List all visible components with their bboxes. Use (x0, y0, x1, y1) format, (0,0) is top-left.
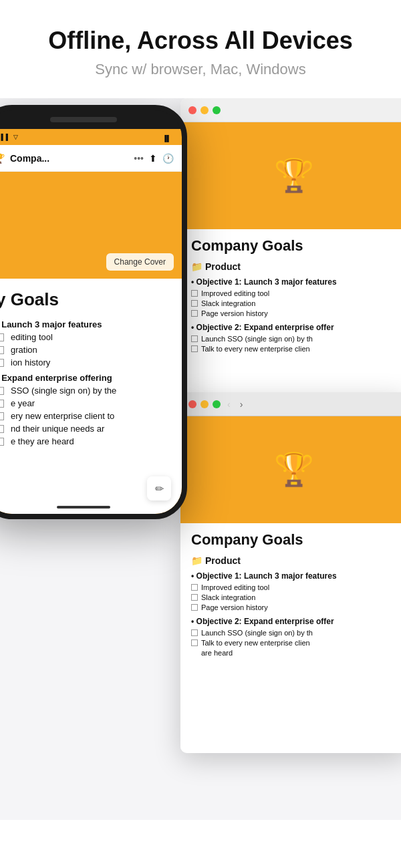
browser-top-page-title: Company Goals (191, 237, 397, 255)
bullet-icon: • (191, 277, 194, 287)
browser-bottom: ‹ › 🏆 Company Goals 📁 Product • Objectiv… (180, 392, 401, 753)
checkbox-icon[interactable] (0, 400, 4, 408)
browser-top-item-1: Improved editing tool (191, 289, 397, 297)
change-cover-button[interactable]: Change Cover (106, 253, 174, 271)
phone-check-item-5: e year (0, 398, 171, 408)
phone-objective-2: • Expand enterprise offering (0, 373, 171, 383)
phone-nav-bar: 🏆 Compa... ••• ⬆ 🕐 (0, 145, 182, 172)
phone-status-bar: ▌▌▌ ▽ ▐▌ (0, 129, 182, 145)
share-icon[interactable]: ⬆ (149, 153, 157, 164)
phone-check-item-6: ery new enterprise client to (0, 411, 171, 421)
header-subtitle: Sync w/ browser, Mac, Windows (13, 61, 388, 78)
checkbox-icon[interactable] (0, 333, 4, 341)
back-arrow-icon[interactable]: ‹ (225, 398, 233, 411)
minimize-icon[interactable] (200, 106, 209, 114)
section-emoji: 📁 (191, 555, 203, 566)
checkbox-icon[interactable] (0, 425, 4, 433)
phone-objective-1: • Launch 3 major features (0, 319, 171, 329)
browser-top-section: 📁 Product (191, 261, 397, 272)
checkbox-icon[interactable] (191, 335, 198, 342)
browser-bottom-obj2: • Objective 2: Expand enterprise offer (191, 617, 397, 626)
checkbox-icon[interactable] (191, 310, 198, 317)
browser-top-item-4: Launch SSO (single sign on) by th (191, 335, 397, 343)
phone-check-item-4: SSO (single sign on) by the (0, 386, 171, 396)
browser-bottom-cover: 🏆 (180, 416, 401, 523)
trophy-icon: 🏆 (274, 157, 314, 194)
browser-top-item-3: Page version history (191, 309, 397, 317)
checkbox-icon[interactable] (0, 359, 4, 367)
browser-bottom-item-6: are heard (191, 649, 397, 657)
browser-bottom-item-3: Page version history (191, 603, 397, 611)
checkbox-icon[interactable] (191, 345, 198, 352)
browser-top-content: 🏆 Company Goals 📁 Product • Objective 1:… (180, 122, 401, 426)
checkbox-icon[interactable] (191, 300, 198, 307)
devices-section: ▌▌▌ ▽ ▐▌ 🏆 Compa... ••• ⬆ 🕐 Change Cover… (0, 98, 401, 820)
trophy-icon: 🏆 (0, 153, 5, 164)
maximize-icon[interactable] (213, 400, 221, 408)
phone-page-title: y Goals (0, 289, 171, 310)
signal-icon: ▌▌▌ (0, 134, 11, 140)
phone-pill (50, 117, 117, 122)
phone-nav-title: Compa... (10, 153, 128, 164)
edit-fab-button[interactable]: ✏ (147, 476, 171, 500)
trophy-icon: 🏆 (274, 451, 314, 488)
maximize-icon[interactable] (213, 106, 221, 114)
browser-top-obj1: • Objective 1: Launch 3 major features (191, 277, 397, 287)
checkbox-icon[interactable] (191, 290, 198, 297)
header: Offline, Across All Devices Sync w/ brow… (0, 0, 401, 98)
phone-check-item-3: ion history (0, 357, 171, 368)
header-title: Offline, Across All Devices (13, 27, 388, 54)
checkbox-icon[interactable] (191, 594, 198, 601)
browser-top-obj2: • Objective 2: Expand enterprise offer (191, 323, 397, 332)
checkbox-icon[interactable] (191, 629, 198, 636)
phone-check-item-8: e they are heard (0, 436, 171, 446)
browser-bottom-item-2: Slack integration (191, 593, 397, 601)
phone-check-item-7: nd their unique needs ar (0, 424, 171, 434)
checkbox-icon[interactable] (191, 604, 198, 611)
checkbox-icon[interactable] (0, 438, 4, 446)
browser-top-item-5: Talk to every new enterprise clien (191, 345, 397, 353)
checkbox-icon[interactable] (191, 639, 198, 646)
browser-bottom-page-title: Company Goals (191, 531, 397, 549)
section-emoji: 📁 (191, 261, 203, 272)
close-icon[interactable] (188, 400, 196, 408)
browser-top-item-2: Slack integration (191, 299, 397, 307)
browser-top-cover: 🏆 (180, 122, 401, 229)
bullet-icon: • (191, 323, 194, 332)
checkbox-icon[interactable] (0, 346, 4, 354)
clock-icon[interactable]: 🕐 (162, 153, 174, 164)
checkbox-icon[interactable] (0, 412, 4, 420)
status-right: ▐▌ (162, 131, 171, 143)
phone-check-item-1: editing tool (0, 332, 171, 342)
wifi-icon: ▽ (13, 134, 18, 140)
close-icon[interactable] (188, 106, 196, 114)
phone-notch (0, 110, 182, 129)
browser-bottom-section: 📁 Product (191, 555, 397, 566)
phone-content: Change Cover y Goals • Launch 3 major fe… (0, 172, 182, 514)
minimize-icon[interactable] (200, 400, 209, 408)
browser-bottom-item-4: Launch SSO (single sign on) by th (191, 629, 397, 637)
phone-cover-area: Change Cover (0, 172, 182, 279)
forward-arrow-icon[interactable]: › (237, 398, 246, 411)
browser-chrome-bottom: ‹ › (180, 392, 401, 416)
browser-chrome-top (180, 98, 401, 122)
browser-bottom-item-5: Talk to every new enterprise clien (191, 639, 397, 647)
browser-bottom-obj1: • Objective 1: Launch 3 major features (191, 571, 397, 581)
checkbox-icon[interactable] (191, 584, 198, 591)
browser-top-body: Company Goals 📁 Product • Objective 1: L… (180, 229, 401, 363)
browser-bottom-content: 🏆 Company Goals 📁 Product • Objective 1:… (180, 416, 401, 753)
browser-bottom-body: Company Goals 📁 Product • Objective 1: L… (180, 523, 401, 667)
phone-mockup: ▌▌▌ ▽ ▐▌ 🏆 Compa... ••• ⬆ 🕐 Change Cover… (0, 105, 187, 519)
checkbox-icon[interactable] (0, 387, 4, 395)
browser-top: 🏆 Company Goals 📁 Product • Objective 1:… (180, 98, 401, 426)
phone-check-item-2: gration (0, 345, 171, 355)
battery-icon: ▐▌ (162, 135, 171, 142)
phone-status-left: ▌▌▌ ▽ (0, 134, 21, 140)
browser-bottom-item-1: Improved editing tool (191, 583, 397, 591)
phone-home-indicator (57, 506, 110, 509)
more-icon[interactable]: ••• (134, 153, 144, 164)
bullet-icon: • (191, 571, 194, 581)
bullet-icon: • (191, 617, 194, 626)
